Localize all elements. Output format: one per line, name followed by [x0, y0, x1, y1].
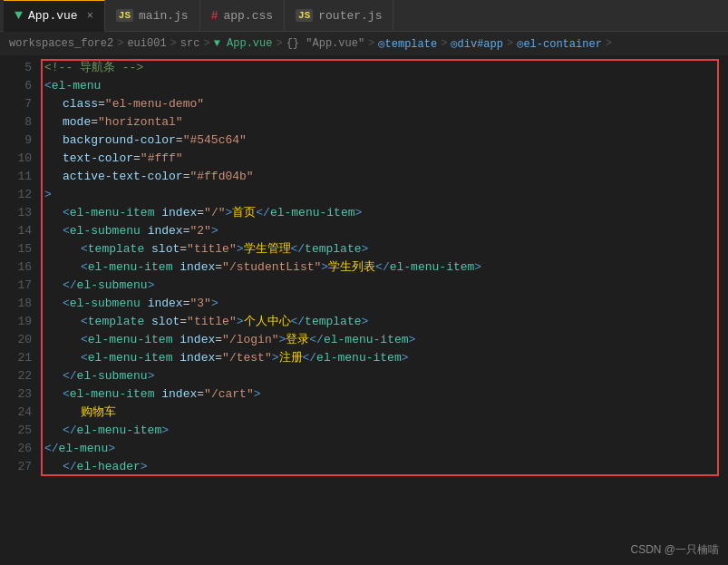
- tag-elheader27: el-header: [77, 458, 141, 476]
- code-line-9: background-color="#545c64": [41, 132, 728, 150]
- text-register: 注册: [279, 349, 303, 367]
- line-num-15: 15: [9, 240, 32, 258]
- code-line-20: <el-menu-item index="/login">登录</el-menu…: [41, 331, 728, 349]
- sep4: >: [276, 37, 282, 50]
- tag-template19: template: [88, 313, 144, 331]
- tab-app-css[interactable]: # app.css: [200, 0, 285, 32]
- close-bracket: >: [44, 186, 52, 204]
- crumb-src: src: [180, 37, 200, 50]
- tag-elmenuitemclose25: el-menu-item: [77, 422, 162, 440]
- line-num-7: 7: [9, 95, 32, 113]
- code-area[interactable]: <!-- 导航条 --> <el-menu class="el-menu-dem…: [41, 55, 728, 565]
- comment-nav: <!-- 导航条 -->: [44, 59, 143, 77]
- val-index13: "/": [204, 204, 225, 222]
- tab-label: main.js: [139, 9, 189, 23]
- tag-elmenuitem20: el-menu-item: [88, 331, 173, 349]
- text-student-list: 学生列表: [328, 258, 375, 277]
- crumb-template: ◎template: [378, 37, 437, 51]
- attr-mode: mode: [63, 113, 91, 132]
- tab-router-js[interactable]: JS router.js: [285, 0, 393, 32]
- attr-class: class: [63, 95, 98, 113]
- sep5: >: [368, 37, 374, 50]
- attr-index13: index: [161, 204, 197, 222]
- attr-textcolor: text-color: [63, 150, 133, 168]
- code-line-21: <el-menu-item index="/test">注册</el-menu-…: [41, 349, 728, 367]
- text-student-mgmt: 学生管理: [244, 240, 291, 258]
- line-num-24: 24: [9, 404, 32, 422]
- crumb-divapp: ◎div#app: [451, 37, 503, 51]
- code-line-12: >: [41, 186, 728, 204]
- line-num-18: 18: [9, 295, 32, 313]
- code-line-23: <el-menu-item index="/cart">: [41, 385, 728, 404]
- sep8: >: [606, 37, 612, 50]
- crumb-obj: {} "App.vue": [286, 37, 364, 50]
- tab-label: router.js: [318, 9, 382, 23]
- line-num-17: 17: [9, 277, 32, 295]
- sep2: >: [170, 37, 177, 50]
- val-activetextcolor: "#ffd04b": [189, 168, 253, 186]
- tag-elsubmenuclose17: el-submenu: [77, 277, 148, 295]
- tag-elmenu: el-menu: [52, 77, 102, 95]
- line-num-13: 13: [9, 204, 32, 222]
- hash-icon: #: [211, 9, 218, 23]
- text-home: 首页: [232, 204, 256, 222]
- code-line-24: 购物车: [41, 404, 728, 422]
- tag-elsubmenuclose22: el-submenu: [77, 367, 148, 385]
- code-line-17: </el-submenu>: [41, 277, 728, 295]
- tag-elsubmenu18: el-submenu: [70, 295, 141, 313]
- lt6: <: [44, 77, 52, 95]
- val-bgcolor: "#545c64": [183, 132, 247, 150]
- code-line-13: <el-menu-item index="/">首页</el-menu-item…: [41, 204, 728, 222]
- close-icon[interactable]: ×: [87, 10, 93, 23]
- text-login: 登录: [286, 331, 309, 349]
- line-num-5: 5: [9, 59, 32, 77]
- line-num-12: 12: [9, 186, 32, 204]
- code-line-27: </el-header>: [41, 458, 728, 476]
- val-mode: "horizontal": [98, 113, 183, 132]
- code-line-25: </el-menu-item>: [41, 422, 728, 440]
- tag-elmenuitem23: el-menu-item: [70, 385, 155, 404]
- tab-app-vue[interactable]: ▼ App.vue ×: [4, 0, 105, 32]
- attr-bgcolor: background-color: [63, 132, 176, 150]
- line-num-8: 8: [9, 113, 32, 132]
- editor: 5 6 7 8 9 10 11 12 13 14 15 16 17 18 19 …: [0, 55, 728, 565]
- line-num-21: 21: [9, 349, 32, 367]
- tag-elmenuitem21: el-menu-item: [88, 349, 173, 367]
- line-num-23: 23: [9, 385, 32, 404]
- line-num-19: 19: [9, 313, 32, 331]
- crumb-elcontainer: ◎el-container: [517, 37, 602, 51]
- line-num-9: 9: [9, 132, 32, 150]
- sep3: >: [203, 37, 209, 50]
- code-line-6: <el-menu: [41, 77, 728, 95]
- code-line-11: active-text-color="#ffd04b": [41, 168, 728, 186]
- line-num-20: 20: [9, 331, 32, 349]
- tag-template15: template: [88, 240, 144, 258]
- line-num-16: 16: [9, 258, 32, 277]
- crumb-eui: eui001: [127, 37, 166, 50]
- crumb-appvue: ▼ App.vue: [214, 37, 273, 50]
- breadcrumb: workspaces_fore2 > eui001 > src > ▼ App.…: [0, 32, 728, 55]
- line-numbers: 5 6 7 8 9 10 11 12 13 14 15 16 17 18 19 …: [0, 55, 41, 565]
- line-num-14: 14: [9, 222, 32, 240]
- text-personal-center: 个人中心: [244, 313, 291, 331]
- val-textcolor: "#fff": [141, 150, 183, 168]
- code-line-19: <template slot="title">个人中心</template>: [41, 313, 728, 331]
- vue-icon: ▼: [15, 8, 23, 24]
- attr-activetextcolor: active-text-color: [63, 168, 183, 186]
- text-cart: 购物车: [81, 404, 116, 422]
- code-line-15: <template slot="title">学生管理</template>: [41, 240, 728, 258]
- crumb-workspaces: workspaces_fore2: [9, 37, 113, 50]
- code-line-18: <el-submenu index="3">: [41, 295, 728, 313]
- val-class: "el-menu-demo": [105, 95, 204, 113]
- tag-elsubmenu14: el-submenu: [70, 222, 141, 240]
- line-num-27: 27: [9, 458, 32, 476]
- line-num-10: 10: [9, 150, 32, 168]
- code-line-16: <el-menu-item index="/studentList">学生列表<…: [41, 258, 728, 277]
- tab-bar: ▼ App.vue × JS main.js # app.css JS rout…: [0, 0, 728, 32]
- line-num-26: 26: [9, 440, 32, 458]
- sep7: >: [507, 37, 513, 50]
- js-icon-router: JS: [296, 9, 313, 22]
- code-line-22: </el-submenu>: [41, 367, 728, 385]
- tab-main-js[interactable]: JS main.js: [105, 0, 200, 32]
- code-line-7: class="el-menu-demo": [41, 95, 728, 113]
